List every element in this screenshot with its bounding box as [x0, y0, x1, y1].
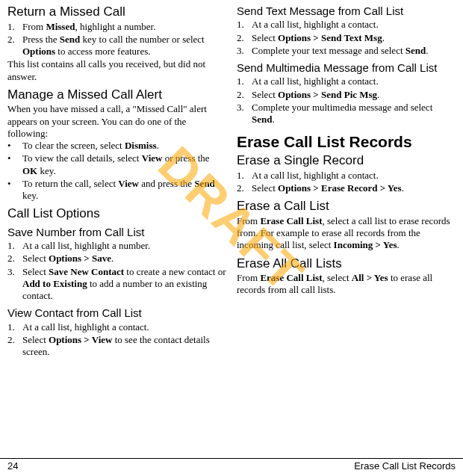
- heading-erase-records: Erase Call List Records: [237, 133, 456, 150]
- paragraph: When you have missed a call, a "Missed C…: [7, 103, 226, 140]
- paragraph: From Erase Call List, select a call list…: [237, 215, 456, 252]
- list-item: At a call list, highlight a contact.: [237, 170, 456, 182]
- heading-erase-single: Erase a Single Record: [237, 153, 456, 168]
- list-item: Select Options > View to see the contact…: [7, 334, 226, 359]
- list-view-contact: At a call list, highlight a contact. Sel…: [7, 321, 226, 359]
- list-item: At a call list, highlight a contact.: [237, 75, 456, 87]
- bullet-list: To clear the screen, select Dismiss. To …: [7, 140, 226, 202]
- list-save-number: At a call list, highlight a number. Sele…: [7, 240, 226, 302]
- list-item: To return the call, select View and pres…: [7, 178, 226, 203]
- page-number: 24: [7, 460, 18, 472]
- page-body: Return a Missed Call From Missed, highli…: [0, 0, 463, 448]
- list-item: Press the Send key to call the number or…: [7, 34, 226, 58]
- list-send-mms: At a call list, highlight a contact. Sel…: [237, 75, 456, 126]
- heading-save-number: Save Number from Call List: [7, 226, 226, 238]
- heading-return-missed-call: Return a Missed Call: [7, 4, 226, 19]
- paragraph: From Erase Call List, select All > Yes t…: [237, 272, 456, 297]
- list-item: Select Options > Erase Record > Yes.: [237, 182, 456, 194]
- list-item: Select Options > Send Pic Msg.: [237, 89, 456, 101]
- list-item: At a call list, highlight a contact.: [237, 19, 456, 31]
- heading-send-mms: Send Multimedia Message from Call List: [237, 61, 456, 74]
- page-footer: 24 Erase Call List Records: [0, 458, 463, 472]
- right-column: Send Text Message from Call List At a ca…: [237, 3, 456, 448]
- list-item: Select Options > Send Text Msg.: [237, 32, 456, 44]
- heading-erase-list: Erase a Call List: [237, 199, 456, 214]
- list-return-missed: From Missed, highlight a number. Press t…: [7, 21, 226, 58]
- list-item: Select Save New Contact to create a new …: [7, 266, 226, 303]
- heading-send-text: Send Text Message from Call List: [237, 4, 456, 17]
- list-item: From Missed, highlight a number.: [7, 21, 226, 33]
- list-item: To view the call details, select View or…: [7, 152, 226, 177]
- list-send-text: At a call list, highlight a contact. Sel…: [237, 19, 456, 57]
- list-item: Complete your multimedia message and sel…: [237, 102, 456, 126]
- heading-call-list-options: Call List Options: [7, 206, 226, 221]
- paragraph: This list contains all calls you receive…: [7, 58, 226, 83]
- list-item: Select Options > Save.: [7, 253, 226, 265]
- list-erase-single: At a call list, highlight a contact. Sel…: [237, 170, 456, 195]
- list-item: At a call list, highlight a contact.: [7, 321, 226, 333]
- heading-manage-missed-alert: Manage a Missed Call Alert: [7, 87, 226, 102]
- list-item: At a call list, highlight a number.: [7, 240, 226, 252]
- left-column: Return a Missed Call From Missed, highli…: [7, 3, 226, 448]
- heading-view-contact: View Contact from Call List: [7, 306, 226, 319]
- footer-section-title: Erase Call List Records: [354, 460, 456, 472]
- list-item: To clear the screen, select Dismiss.: [7, 140, 226, 152]
- list-item: Complete your text message and select Se…: [237, 45, 456, 57]
- heading-erase-all: Erase All Call Lists: [237, 256, 456, 271]
